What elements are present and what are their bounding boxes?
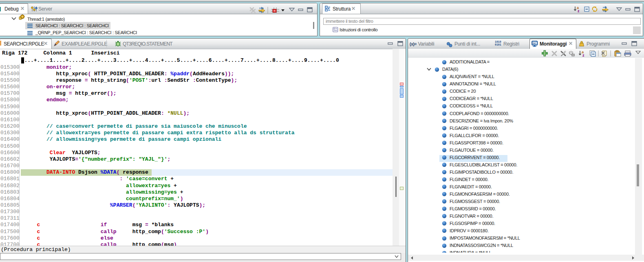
svg-text:z: z [578,9,580,13]
svg-text:(x): (x) [533,42,536,44]
svg-text:z: z [582,53,584,57]
